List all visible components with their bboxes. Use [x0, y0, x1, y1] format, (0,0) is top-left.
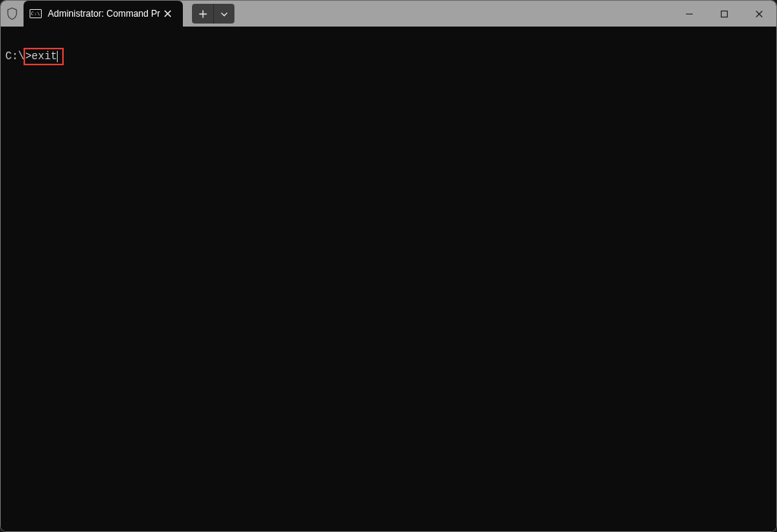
- tab-title: Administrator: Command Pro: [48, 8, 160, 19]
- window-controls: [672, 1, 776, 27]
- maximize-button[interactable]: [706, 1, 741, 27]
- svg-rect-5: [721, 11, 727, 17]
- text-cursor: [57, 51, 58, 62]
- maximize-icon: [720, 10, 728, 18]
- plus-icon: [199, 10, 207, 18]
- annotation-highlight: >exit: [24, 48, 64, 65]
- chevron-down-icon: [220, 10, 228, 18]
- prompt-line: C:\>exit: [5, 48, 772, 65]
- cmd-app-icon-text: C:\: [31, 11, 40, 16]
- new-tab-group: [192, 4, 234, 24]
- typed-command: >exit: [25, 50, 57, 63]
- window-frame: C:\ Administrator: Command Pro: [0, 0, 777, 532]
- title-bar[interactable]: C:\ Administrator: Command Pro: [1, 1, 776, 27]
- terminal-output-area[interactable]: C:\>exit: [1, 27, 776, 531]
- close-icon: [755, 10, 763, 18]
- minimize-icon: [685, 10, 694, 18]
- new-tab-dropdown-button[interactable]: [213, 4, 234, 24]
- minimize-button[interactable]: [672, 1, 706, 27]
- prompt-prefix: C:\: [5, 50, 24, 63]
- shield-icon: [7, 8, 17, 20]
- window-close-button[interactable]: [741, 1, 776, 27]
- tab-close-button[interactable]: [160, 6, 175, 21]
- new-tab-button[interactable]: [192, 4, 213, 24]
- active-tab[interactable]: C:\ Administrator: Command Pro: [24, 1, 183, 27]
- admin-shield-slot: [1, 1, 24, 27]
- close-icon: [164, 10, 171, 17]
- cmd-app-icon: C:\: [30, 9, 42, 18]
